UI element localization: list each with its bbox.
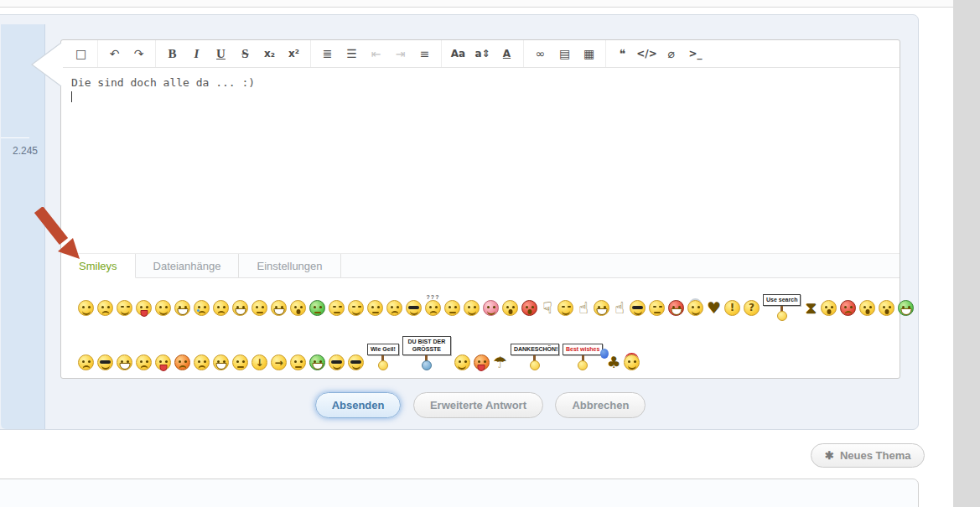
dankeschoen-sign-smiley[interactable]: DANKESCHÖN! [511, 344, 559, 370]
outdent-icon[interactable]: ⇤ [365, 43, 387, 65]
tab-smileys[interactable]: Smileys [61, 254, 136, 278]
font-color-icon[interactable]: A [495, 43, 518, 65]
toolbar-group: □ [65, 40, 98, 67]
wie-geil-sign-smiley[interactable]: Wie Geil! [367, 344, 399, 370]
winking-smirk-smiley[interactable] [557, 300, 573, 316]
santa-smiley[interactable] [624, 354, 640, 370]
tired-smiley[interactable] [329, 300, 345, 316]
submit-button[interactable]: Absenden [315, 392, 402, 418]
font-size-icon[interactable]: a⇕ [471, 43, 494, 65]
code-icon[interactable]: </> [635, 43, 658, 65]
astonished-smiley[interactable] [859, 300, 875, 316]
arrow-down-smiley[interactable]: ↓ [251, 354, 267, 370]
unordered-list-icon[interactable]: ☰ [340, 43, 363, 65]
flushed-smiley[interactable] [879, 300, 894, 316]
crazy-smiley[interactable] [271, 300, 287, 316]
cool-shades-smiley[interactable] [97, 354, 113, 370]
christmas-tree-smiley[interactable]: ♣ [606, 354, 620, 370]
unsure-smiley[interactable] [232, 354, 248, 370]
devil-smiley[interactable] [668, 300, 684, 316]
worried-smiley[interactable] [78, 354, 94, 370]
grin-thumbs-up-smiley[interactable] [594, 300, 609, 316]
angel-smiley[interactable] [687, 300, 703, 316]
kissing-smiley[interactable] [483, 300, 499, 316]
heart-smiley[interactable]: ♥ [707, 299, 721, 316]
thumbs-up-smiley[interactable]: ☝ [577, 299, 590, 316]
sleeping-smiley[interactable] [649, 300, 665, 316]
green-grin-smiley[interactable] [309, 354, 325, 370]
biggrin-smiley[interactable] [174, 300, 190, 316]
hourglass-smiley[interactable]: ⧗ [804, 299, 817, 316]
party-smiley[interactable] [474, 354, 490, 370]
cancel-button[interactable]: Abbrechen [555, 392, 646, 418]
inline-code-icon[interactable]: >_ [684, 43, 707, 65]
arrow-right-smiley[interactable]: → [271, 354, 287, 370]
fuming-smiley[interactable] [174, 354, 190, 370]
eyeroll-smiley[interactable] [821, 300, 837, 316]
image-icon[interactable]: ▤ [553, 43, 576, 65]
confused-smiley[interactable]: ??? [425, 300, 441, 316]
teacher-smiley[interactable] [348, 354, 364, 370]
nerd-green-glasses-smiley[interactable] [329, 354, 345, 370]
link-icon[interactable]: ∞ [529, 43, 552, 65]
tab-einstellungen[interactable]: Einstellungen [239, 254, 340, 277]
sick-smiley[interactable] [309, 300, 325, 316]
italic-icon[interactable]: I [185, 43, 208, 65]
undo-icon[interactable]: ↶ [103, 43, 126, 65]
green-monster-smiley[interactable] [898, 300, 914, 316]
mad-smiley[interactable] [213, 300, 229, 316]
evil-grin-smiley[interactable] [213, 354, 229, 370]
use-search-sign-smiley[interactable]: Use search [763, 294, 801, 321]
screaming-smiley[interactable] [521, 300, 537, 316]
thumb-smiley[interactable]: ☝ [613, 299, 626, 316]
surprised-smiley[interactable] [290, 300, 306, 316]
extended-reply-button[interactable]: Erweiterte Antwort [413, 392, 543, 418]
tab-dateianhaenge[interactable]: Dateianhänge [136, 254, 240, 277]
subscript-icon[interactable]: x₂ [258, 43, 281, 65]
superscript-icon[interactable]: x² [283, 43, 305, 65]
red-angry-smiley[interactable] [840, 300, 856, 316]
redo-icon[interactable]: ↷ [127, 43, 150, 65]
smirk-smiley[interactable] [348, 300, 364, 316]
cheering-smiley[interactable] [454, 354, 470, 370]
spoiler-icon[interactable]: ⌀ [660, 43, 682, 65]
underline-icon[interactable]: U [210, 43, 232, 65]
editor-content-area[interactable]: Die sind doch alle da ... :) [61, 68, 900, 253]
disappointed-smiley[interactable] [194, 354, 210, 370]
maximize-icon[interactable]: □ [70, 43, 92, 65]
question-smiley[interactable]: ? [744, 300, 760, 316]
du-bist-der-groesste-sign-smiley[interactable]: DU BIST DER GRÖSSTE [402, 336, 451, 370]
crying-smiley[interactable] [194, 300, 210, 316]
thumbs-down-smiley[interactable]: ☟ [541, 299, 554, 316]
cool-smiley[interactable] [406, 300, 422, 316]
laugh-smiley[interactable] [232, 300, 248, 316]
font-family-icon[interactable]: Aa [447, 43, 469, 65]
new-topic-button[interactable]: ✱ Neues Thema [811, 443, 925, 468]
quote-icon[interactable]: ❝ [611, 43, 634, 65]
alignment-icon[interactable]: ≡ [413, 43, 436, 65]
lovestruck-smiley[interactable] [464, 300, 480, 316]
beach-smiley[interactable]: ☂ [493, 354, 507, 370]
best-wishes-sign-smiley[interactable]: Best wishes [563, 344, 603, 370]
dizzy-smiley[interactable] [386, 300, 402, 316]
ordered-list-icon[interactable]: ≣ [316, 43, 339, 65]
wink-smiley[interactable] [117, 300, 132, 316]
neutral-smiley[interactable] [251, 300, 267, 316]
exclamation-smiley[interactable]: ! [724, 300, 740, 316]
indent-icon[interactable]: ⇥ [389, 43, 412, 65]
stare-smiley[interactable] [502, 300, 518, 316]
thinking-smiley[interactable] [444, 300, 460, 316]
tongue-smiley[interactable] [136, 300, 152, 316]
xd-laugh-smiley[interactable] [117, 354, 132, 370]
strikethrough-icon[interactable]: S [234, 43, 257, 65]
happy-smiley[interactable] [155, 300, 171, 316]
indifferent-smiley[interactable] [290, 354, 306, 370]
razz-smiley[interactable] [155, 354, 171, 370]
rolleyes-smiley[interactable] [367, 300, 383, 316]
frown-smiley[interactable] [97, 300, 113, 316]
table-icon[interactable]: ▦ [578, 43, 600, 65]
cool-thumbs-up-smiley[interactable] [630, 300, 646, 316]
grumpy-smiley[interactable] [136, 354, 152, 370]
smile-smiley[interactable] [78, 300, 94, 316]
bold-icon[interactable]: B [161, 43, 184, 65]
